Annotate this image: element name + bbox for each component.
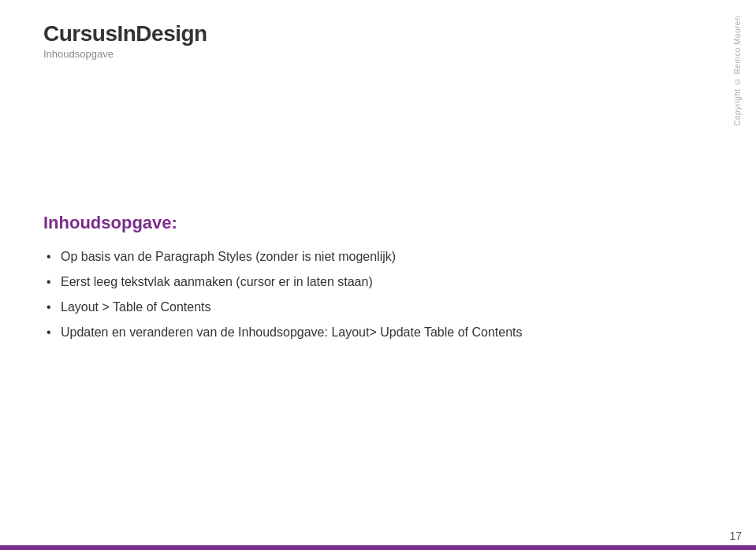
list-item: Op basis van de Paragraph Styles (zonder… bbox=[43, 247, 713, 266]
header: CursusInDesign Inhoudsopgave bbox=[43, 22, 207, 60]
page-number: 17 bbox=[729, 530, 742, 542]
bottom-bar bbox=[0, 545, 756, 550]
section-heading: Inhoudsopgave: bbox=[43, 213, 713, 233]
list-item: Updaten en veranderen van de Inhoudsopga… bbox=[43, 323, 713, 342]
main-content: Inhoudsopgave: Op basis van de Paragraph… bbox=[43, 213, 713, 348]
list-item: Layout > Table of Contents bbox=[43, 298, 713, 317]
copyright-text: Copyright © Remco Mooren bbox=[733, 16, 742, 126]
app-subtitle: Inhoudsopgave bbox=[43, 48, 207, 60]
bullet-list: Op basis van de Paragraph Styles (zonder… bbox=[43, 247, 713, 342]
list-item: Eerst leeg tekstvlak aanmaken (cursor er… bbox=[43, 273, 713, 292]
app-title: CursusInDesign bbox=[43, 22, 207, 46]
